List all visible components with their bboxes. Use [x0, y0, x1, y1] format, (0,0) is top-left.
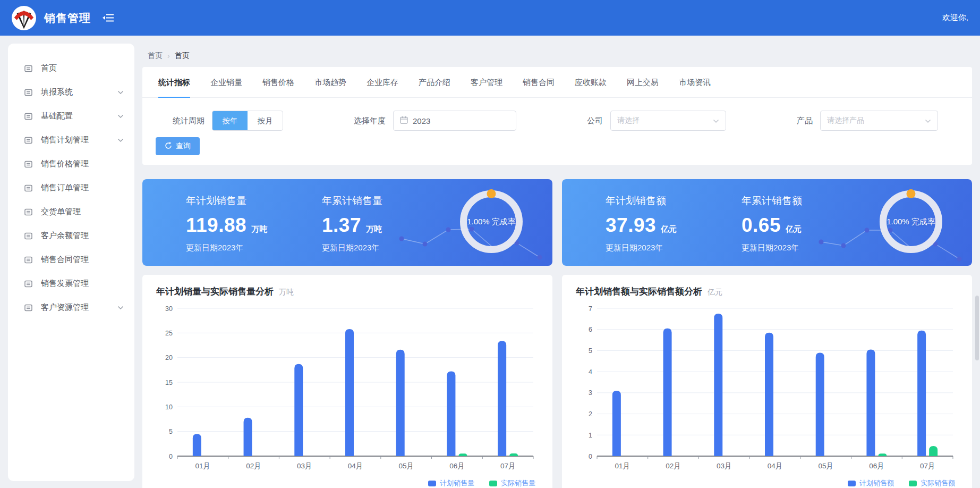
sidebar-item-sales-plan[interactable]: 销售计划管理	[8, 128, 134, 152]
sidebar-item-label: 交货单管理	[41, 207, 81, 217]
svg-text:4: 4	[589, 368, 592, 376]
tab-sales-price[interactable]: 销售价格	[262, 67, 294, 98]
gauge-text: 1.00% 完成率	[887, 217, 935, 227]
period-toggle: 按年 按月	[212, 111, 283, 131]
stat-plan-volume: 年计划销售量 119.88 万吨 更新日期2023年	[186, 194, 322, 253]
chart-title: 年计划销量与实际销售量分析	[156, 285, 274, 298]
legend-actual-amount[interactable]: 实际销售额	[909, 478, 955, 488]
year-picker[interactable]: 2023	[393, 111, 516, 131]
legend-label: 计划销售量	[440, 478, 474, 488]
stat-unit: 亿元	[661, 224, 677, 234]
svg-text:04月: 04月	[348, 462, 363, 470]
breadcrumb: 首页 › 首页	[148, 51, 972, 61]
svg-text:01月: 01月	[615, 462, 630, 470]
chart-title: 年计划销售额与实际销售额分析	[576, 285, 702, 298]
sidebar-item-filling-system[interactable]: 填报系统	[8, 80, 134, 104]
legend-plan-amount[interactable]: 计划销售额	[848, 478, 894, 488]
collapse-sidebar-icon[interactable]	[103, 13, 114, 22]
tab-market-news[interactable]: 市场资讯	[679, 67, 711, 98]
sidebar-item-label: 销售发票管理	[41, 279, 89, 289]
company-placeholder: 请选择	[617, 116, 640, 125]
tab-product-intro[interactable]: 产品介绍	[419, 67, 450, 98]
svg-text:01月: 01月	[195, 462, 211, 470]
chart-unit: 亿元	[708, 288, 722, 297]
query-button[interactable]: 查询	[156, 137, 200, 155]
calendar-icon	[400, 116, 408, 125]
app-logo	[12, 6, 36, 30]
company-select[interactable]: 请选择	[610, 111, 726, 131]
breadcrumb-home[interactable]: 首页	[148, 51, 163, 61]
gauge-progress-dot	[907, 189, 916, 198]
svg-text:10: 10	[165, 403, 173, 411]
sidebar-item-label: 基础配置	[41, 111, 73, 121]
svg-text:6: 6	[589, 326, 592, 333]
tab-customer-mgmt[interactable]: 客户管理	[471, 67, 502, 98]
legend-swatch	[428, 481, 436, 486]
sidebar-item-customer-balance[interactable]: 客户余额管理	[8, 224, 134, 248]
tab-enterprise-inventory[interactable]: 企业库存	[367, 67, 398, 98]
sidebar-item-sales-invoice[interactable]: 销售发票管理	[8, 272, 134, 296]
stat-unit: 万吨	[366, 224, 382, 234]
sidebar-item-basic-config[interactable]: 基础配置	[8, 104, 134, 128]
company-label: 公司	[587, 116, 603, 126]
menu-icon	[24, 112, 33, 121]
period-by-year-button[interactable]: 按年	[212, 111, 248, 130]
sidebar-item-customer-resource[interactable]: 客户资源管理	[8, 296, 134, 319]
chart-row: 年计划销量与实际销售量分析 万吨 05101520253001月02月03月04…	[142, 275, 972, 488]
legend-actual-volume[interactable]: 实际销售量	[489, 478, 535, 488]
menu-icon	[24, 136, 33, 145]
tab-sales-contract[interactable]: 销售合同	[523, 67, 555, 98]
stat-cumulative-amount: 年累计销售额 0.65 亿元 更新日期2023年	[742, 194, 877, 253]
breadcrumb-current: 首页	[175, 51, 190, 61]
stat-title: 年计划销售额	[606, 194, 742, 208]
period-by-month-button[interactable]: 按月	[248, 111, 283, 130]
stat-date: 更新日期2023年	[186, 243, 322, 253]
legend-swatch	[909, 481, 917, 486]
sidebar-item-sales-price[interactable]: 销售价格管理	[8, 152, 134, 176]
svg-text:06月: 06月	[449, 462, 465, 470]
legend-label: 实际销售额	[921, 478, 955, 488]
menu-icon	[24, 256, 33, 264]
scrollbar-thumb[interactable]	[975, 296, 979, 360]
refresh-icon	[165, 142, 172, 151]
svg-text:04月: 04月	[768, 462, 783, 470]
svg-text:05月: 05月	[818, 462, 833, 470]
svg-text:15: 15	[165, 379, 173, 386]
bar-chart-volume: 05101520253001月02月03月04月05月06月07月	[156, 301, 540, 476]
sidebar: 首页 填报系统 基础配置 销售计划管理 销售价格管理 销售订单管理 交货单管理 …	[8, 44, 134, 481]
product-placeholder: 请选择产品	[827, 116, 864, 125]
sidebar-item-home[interactable]: 首页	[8, 56, 134, 80]
svg-text:02月: 02月	[246, 462, 261, 470]
menu-icon	[24, 232, 33, 240]
legend-swatch	[848, 481, 856, 486]
legend-plan-volume[interactable]: 计划销售量	[428, 478, 474, 488]
svg-text:20: 20	[165, 354, 173, 361]
product-select[interactable]: 请选择产品	[820, 111, 938, 131]
stat-card-volume: 年计划销售量 119.88 万吨 更新日期2023年 年累计销售量 1.37 万…	[142, 179, 552, 266]
sidebar-item-label: 首页	[41, 63, 57, 73]
legend-label: 实际销售量	[501, 478, 535, 488]
tab-receivables[interactable]: 应收账款	[575, 67, 607, 98]
stat-date: 更新日期2023年	[606, 243, 742, 253]
product-label: 产品	[797, 116, 813, 126]
chart-card-volume: 年计划销量与实际销售量分析 万吨 05101520253001月02月03月04…	[142, 275, 552, 488]
tab-enterprise-sales[interactable]: 企业销量	[210, 67, 242, 98]
sidebar-item-sales-order[interactable]: 销售订单管理	[8, 176, 134, 200]
chart-card-amount: 年计划销售额与实际销售额分析 亿元 0123456701月02月03月04月05…	[562, 275, 972, 488]
menu-icon	[24, 160, 33, 169]
svg-text:25: 25	[165, 330, 173, 337]
tab-market-trend[interactable]: 市场趋势	[314, 67, 346, 98]
svg-text:05月: 05月	[398, 462, 414, 470]
sidebar-item-delivery-note[interactable]: 交货单管理	[8, 200, 134, 224]
sidebar-item-sales-contract[interactable]: 销售合同管理	[8, 248, 134, 272]
menu-icon	[24, 304, 33, 312]
sidebar-item-label: 销售价格管理	[41, 159, 89, 169]
stat-unit: 万吨	[251, 224, 267, 234]
chart-unit: 万吨	[279, 288, 294, 297]
tab-online-trade[interactable]: 网上交易	[627, 67, 659, 98]
sidebar-item-label: 客户资源管理	[41, 302, 89, 313]
tab-statistics[interactable]: 统计指标	[158, 67, 190, 98]
svg-text:07月: 07月	[500, 462, 516, 470]
chevron-down-icon	[117, 114, 124, 119]
main-content: 首页 › 首页 统计指标 企业销量 销售价格 市场趋势 企业库存 产品介绍 客户…	[142, 44, 972, 488]
